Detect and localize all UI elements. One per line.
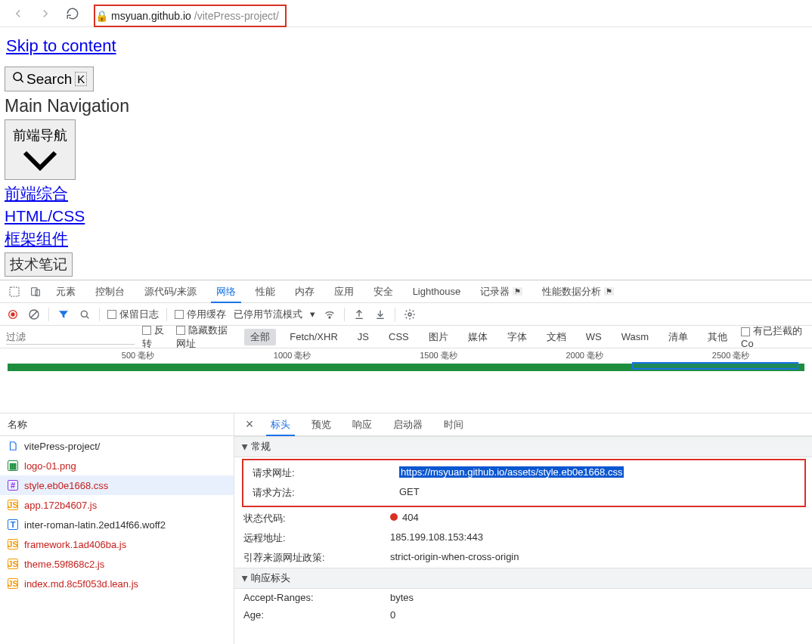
invert-checkbox[interactable]: 反转 bbox=[142, 326, 169, 348]
triangle-down-icon: ▶ bbox=[241, 575, 249, 581]
nav-links: 前端综合 HTML/CSS 框架组件 bbox=[5, 183, 807, 249]
devtools: 元素 控制台 源代码/来源 网络 性能 内存 应用 安全 Lighthouse … bbox=[0, 280, 812, 644]
settings-button[interactable] bbox=[403, 308, 417, 321]
request-row[interactable]: JStheme.59f868c2.js bbox=[0, 554, 234, 574]
detail-tab-headers[interactable]: 标头 bbox=[260, 413, 301, 435]
tab-elements[interactable]: 元素 bbox=[47, 280, 85, 302]
filter-media[interactable]: 媒体 bbox=[462, 329, 494, 345]
request-row[interactable]: JSapp.172b4607.js bbox=[0, 495, 234, 515]
main-navigation-label: Main Navigation bbox=[5, 96, 807, 116]
request-row[interactable]: ▦logo-01.png bbox=[0, 456, 234, 475]
filter-img[interactable]: 图片 bbox=[423, 329, 454, 345]
tab-console[interactable]: 控制台 bbox=[86, 280, 134, 302]
reload-button[interactable] bbox=[62, 3, 83, 24]
search-button[interactable]: Search K bbox=[5, 67, 94, 91]
request-row[interactable]: JSframework.1ad406ba.js bbox=[0, 534, 234, 554]
record-button[interactable] bbox=[6, 308, 20, 321]
upload-har-button[interactable] bbox=[352, 308, 366, 321]
filter-font[interactable]: 字体 bbox=[501, 329, 533, 345]
inspect-element-button[interactable] bbox=[5, 280, 24, 302]
back-button[interactable] bbox=[8, 3, 29, 24]
nav-dropdown[interactable]: 前端导航 bbox=[5, 119, 76, 180]
filter-manifest[interactable]: 清单 bbox=[662, 329, 694, 345]
url-bar[interactable]: 🔒 msyuan.github.io/vitePress-project/ bbox=[89, 3, 804, 24]
request-name: index.md.8c5f053d.lean.js bbox=[24, 578, 138, 590]
hide-data-urls-checkbox[interactable]: 隐藏数据网址 bbox=[176, 326, 237, 348]
tab-application[interactable]: 应用 bbox=[325, 280, 363, 302]
request-name: logo-01.png bbox=[24, 460, 76, 472]
separator bbox=[395, 308, 395, 321]
nav-link[interactable]: 框架组件 bbox=[5, 228, 807, 249]
tab-sources[interactable]: 源代码/来源 bbox=[135, 280, 206, 302]
js-icon: JS bbox=[8, 578, 18, 589]
filter-other[interactable]: 其他 bbox=[702, 329, 733, 345]
url-highlight-annotation: 🔒 msyuan.github.io/vitePress-project/ bbox=[94, 5, 287, 27]
svg-rect-1 bbox=[10, 287, 19, 296]
filter-ws[interactable]: WS bbox=[580, 330, 608, 344]
request-name: style.eb0e1668.css bbox=[24, 480, 108, 491]
tab-lighthouse[interactable]: Lighthouse bbox=[404, 280, 470, 302]
tab-network[interactable]: 网络 bbox=[207, 280, 245, 302]
clear-button[interactable] bbox=[27, 308, 41, 321]
tab-security[interactable]: 安全 bbox=[364, 280, 402, 302]
network-timeline[interactable]: 500 毫秒 1000 毫秒 1500 毫秒 2000 毫秒 2500 毫秒 bbox=[0, 348, 812, 413]
timeline-selection[interactable] bbox=[632, 362, 798, 370]
detail-tab-initiator[interactable]: 启动器 bbox=[383, 413, 433, 435]
device-toggle-button[interactable] bbox=[26, 280, 45, 302]
request-row[interactable]: #style.eb0e1668.css bbox=[0, 475, 234, 495]
chevron-down-icon: ▾ bbox=[310, 308, 315, 320]
download-har-button[interactable] bbox=[373, 308, 387, 321]
request-row[interactable]: JSindex.md.8c5f053d.lean.js bbox=[0, 574, 234, 593]
blocked-checkbox[interactable]: 有已拦截的 Co bbox=[741, 326, 806, 348]
separator bbox=[99, 308, 100, 321]
filter-css[interactable]: CSS bbox=[383, 330, 415, 344]
preserve-log-checkbox[interactable]: 保留日志 bbox=[107, 308, 159, 321]
detail-tab-response[interactable]: 响应 bbox=[342, 413, 383, 435]
request-list: 名称 vitePress-project/▦logo-01.png#style.… bbox=[0, 413, 234, 644]
close-detail-button[interactable]: × bbox=[239, 413, 260, 435]
disable-cache-checkbox[interactable]: 停用缓存 bbox=[175, 308, 226, 321]
timeline-ruler: 500 毫秒 1000 毫秒 1500 毫秒 2000 毫秒 2500 毫秒 bbox=[0, 348, 812, 362]
request-url-value[interactable]: https://msyuan.github.io/assets/style.eb… bbox=[399, 466, 624, 478]
section-response-headers[interactable]: ▶ 响应标头 bbox=[234, 568, 812, 589]
filter-all[interactable]: 全部 bbox=[244, 329, 276, 345]
request-detail: × 标头 预览 响应 启动器 时间 ▶ 常规 请求网址: https://msy… bbox=[234, 413, 812, 644]
network-split: 名称 vitePress-project/▦logo-01.png#style.… bbox=[0, 413, 812, 644]
skip-to-content-link[interactable]: Skip to content bbox=[6, 36, 116, 56]
filter-fetch[interactable]: Fetch/XHR bbox=[284, 330, 344, 344]
kv-referrer: 引荐来源网址政策: strict-origin-when-cross-origi… bbox=[234, 548, 812, 568]
filter-toggle[interactable] bbox=[57, 308, 70, 321]
wifi-icon[interactable] bbox=[323, 308, 336, 321]
filter-js[interactable]: JS bbox=[352, 330, 375, 344]
svg-rect-2 bbox=[32, 287, 37, 295]
timeline-tick: 500 毫秒 bbox=[122, 350, 154, 361]
js-icon: JS bbox=[8, 559, 18, 569]
tab-perf-insights[interactable]: 性能数据分析⚑ bbox=[533, 280, 623, 302]
nav-button[interactable]: 技术笔记 bbox=[5, 252, 73, 277]
nav-link[interactable]: HTML/CSS bbox=[5, 207, 807, 225]
request-row[interactable]: Tinter-roman-latin.2ed14f66.woff2 bbox=[0, 515, 234, 534]
detail-tab-preview[interactable]: 预览 bbox=[301, 413, 342, 435]
filter-doc[interactable]: 文档 bbox=[541, 329, 572, 345]
tab-performance[interactable]: 性能 bbox=[246, 280, 284, 302]
tab-recorder[interactable]: 记录器⚑ bbox=[471, 280, 532, 302]
lock-icon: 🔒 bbox=[95, 10, 108, 22]
timeline-tick: 2500 毫秒 bbox=[712, 350, 750, 361]
filter-wasm[interactable]: Wasm bbox=[615, 330, 655, 344]
tab-memory[interactable]: 内存 bbox=[286, 280, 324, 302]
detail-tab-timing[interactable]: 时间 bbox=[433, 413, 474, 435]
css-icon: # bbox=[8, 480, 18, 491]
section-general[interactable]: ▶ 常规 bbox=[234, 436, 812, 457]
search-toggle[interactable] bbox=[78, 308, 91, 321]
throttling-select[interactable]: 已停用节流模式 bbox=[234, 308, 302, 321]
chevron-down-icon bbox=[22, 147, 58, 173]
timeline-tick: 2000 毫秒 bbox=[566, 350, 604, 361]
request-row[interactable]: vitePress-project/ bbox=[0, 436, 234, 456]
nav-link[interactable]: 前端综合 bbox=[5, 183, 807, 204]
timeline-tick: 1000 毫秒 bbox=[274, 350, 311, 361]
reload-icon bbox=[66, 7, 79, 20]
name-column-header[interactable]: 名称 bbox=[0, 413, 234, 436]
svg-point-5 bbox=[11, 312, 14, 316]
filter-input[interactable] bbox=[6, 330, 135, 345]
forward-button[interactable] bbox=[35, 3, 56, 24]
